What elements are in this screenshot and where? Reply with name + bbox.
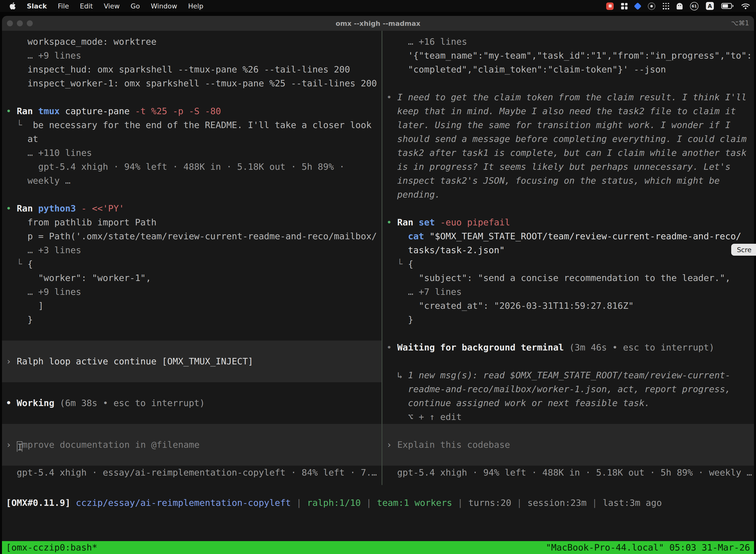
terminal-line: "worker": "worker-1",: [2, 271, 381, 285]
prompt-input-band[interactable]: › Explain this codebase: [382, 424, 754, 466]
terminal-line: • Ran python3 - <<'PY': [2, 202, 381, 215]
terminal-line: › Ralph loop active continue [OMX_TMUX_I…: [2, 354, 381, 368]
terminal-line: pending.: [382, 188, 754, 202]
terminal-line: gpt-5.4 xhigh · 94% left · 488K in · 5.1…: [2, 160, 381, 174]
terminal-line: … +9 lines: [2, 49, 381, 63]
tmux-host-clock: "MacBook-Pro-44.local" 05:03 31-Mar-26: [546, 541, 750, 554]
menu-item-help[interactable]: Help: [188, 2, 203, 10]
terminal-line: [2, 410, 381, 424]
window-title-bar[interactable]: omx --xhigh --madmax ⌥⌘1: [2, 16, 754, 31]
terminal-line: "subject": "send a concise recommendatio…: [382, 271, 754, 285]
terminal-line: … +16 lines: [382, 35, 754, 49]
apple-menu-icon[interactable]: [9, 2, 16, 10]
app-icon-dark[interactable]: [648, 2, 655, 10]
tmux-session-window: [omx-cczip0:bash*: [6, 541, 97, 554]
terminal-line: └ {: [2, 257, 381, 271]
terminal-line: p = Path('.omx/state/team/review-current…: [2, 229, 381, 243]
terminal-line: [382, 327, 754, 340]
terminal-line: keep that in mind. Maybe I also need the…: [382, 104, 754, 118]
terminal-line: [OMX#0.11.9] cczip/essay/ai-reimplementa…: [2, 496, 754, 510]
output-block: … +16 lines '{"team_name":"my-team","tas…: [382, 35, 754, 424]
terminal-line: ⌥ + ↑ edit: [382, 410, 754, 424]
terminal-line: inspect task2's JSON, focusing on the st…: [382, 174, 754, 188]
battery-percentage-badge[interactable]: 61: [690, 2, 698, 10]
terminal-line: [2, 340, 381, 354]
terminal-line: [2, 188, 381, 202]
terminal-line: [382, 424, 754, 438]
ghost-icon[interactable]: [677, 3, 683, 9]
terminal-window: omx --xhigh --madmax ⌥⌘1 workspace_mode:…: [2, 16, 754, 554]
terminal-line: is in progress? It seems likely but perh…: [382, 160, 754, 174]
terminal-line: • Waiting for background terminal (3m 46…: [382, 340, 754, 354]
screen-recording-indicator-icon[interactable]: [606, 2, 614, 10]
terminal-line: continue assigned work or next feasible …: [382, 396, 754, 410]
terminal-line: • Working (6m 38s • esc to interrupt): [2, 396, 381, 410]
terminal-line: … +7 lines: [382, 285, 754, 299]
screen-capture-toast[interactable]: Scre: [732, 244, 756, 256]
terminal-line: [2, 382, 381, 396]
terminal-line: └ be necessary for the end of the README…: [2, 118, 381, 132]
terminal-line: … +9 lines: [2, 285, 381, 299]
output-block: gpt-5.4 xhigh · essay/ai-reimplementatio…: [2, 466, 381, 480]
terminal-line: from pathlib import Path: [2, 215, 381, 229]
menu-item-edit[interactable]: Edit: [80, 2, 93, 10]
tmux-panes: workspace_mode: worktree … +9 lines insp…: [2, 31, 754, 485]
terminal-line: }: [382, 313, 754, 327]
terminal-line: • I need to get the claim token from the…: [382, 90, 754, 104]
wifi-icon[interactable]: [741, 3, 750, 9]
window-tiles-icon[interactable]: [621, 3, 628, 9]
terminal-line: [2, 424, 381, 438]
text-cursor: I: [17, 441, 22, 452]
terminal-line: tasks/task-2.json": [382, 243, 754, 257]
terminal-line: [2, 90, 381, 104]
terminal-line: ]: [2, 299, 381, 313]
terminal-line: '{"team_name":"my-team","task_id":"1","f…: [382, 49, 754, 63]
injected-message-band: › Ralph loop active continue [OMX_TMUX_I…: [2, 340, 381, 382]
terminal-line: [2, 327, 381, 340]
app-icon-blue[interactable]: [635, 3, 640, 9]
terminal-line: "created_at": "2026-03-31T11:59:27.816Z": [382, 299, 754, 313]
terminal-line: }: [2, 313, 381, 327]
terminal-line: workspace_mode: worktree: [2, 35, 381, 49]
battery-icon[interactable]: [721, 3, 734, 9]
terminal-line: gpt-5.4 xhigh · essay/ai-reimplementatio…: [2, 466, 381, 480]
terminal-line: "completed","claim_token":"claim-token"}…: [382, 63, 754, 76]
output-block: gpt-5.4 xhigh · 94% left · 488K in · 5.1…: [382, 466, 754, 480]
menu-item-window[interactable]: Window: [151, 2, 177, 10]
output-block: • Working (6m 38s • esc to interrupt): [2, 382, 381, 424]
menu-item-file[interactable]: File: [58, 2, 69, 10]
desktop: Slack File Edit View Go Window Help 61 A: [0, 0, 756, 554]
terminal-line: [382, 354, 754, 368]
terminal-pane-right[interactable]: … +16 lines '{"team_name":"my-team","tas…: [382, 31, 754, 485]
terminal-line: › Explain this codebase: [382, 438, 754, 452]
terminal-line: should send a message before completing …: [382, 132, 754, 146]
tmux-status-bar: [omx-cczip0:bash* "MacBook-Pro-44.local"…: [2, 541, 754, 554]
terminal-line: cat "$OMX_TEAM_STATE_ROOT/team/review-cu…: [382, 229, 754, 243]
terminal-line: inspect_worker-1: omx sparkshell --tmux-…: [2, 76, 381, 90]
terminal-line: [2, 368, 381, 382]
terminal-line: weekly …: [2, 174, 381, 188]
omx-session-status-line: [OMX#0.11.9] cczip/essay/ai-reimplementa…: [2, 496, 754, 510]
output-block: [OMX#0.11.9] cczip/essay/ai-reimplementa…: [2, 496, 754, 510]
output-block: workspace_mode: worktree … +9 lines insp…: [2, 35, 381, 340]
prompt-input-band[interactable]: › Improve documentation in @filename: [2, 424, 381, 466]
terminal-line: task2 after task1 is complete, but can I…: [382, 146, 754, 160]
menu-app-title[interactable]: Slack: [27, 2, 47, 10]
input-source-icon[interactable]: A: [706, 2, 714, 10]
terminal-line: readme-and-reco/mailbox/worker-1.json, a…: [382, 382, 754, 396]
terminal-line: inspect_hud: omx sparkshell --tmux-pane …: [2, 63, 381, 76]
terminal-line: └ {: [382, 257, 754, 271]
menu-item-go[interactable]: Go: [131, 2, 140, 10]
terminal-line: [2, 452, 381, 466]
terminal-line: at: [2, 132, 381, 146]
terminal-line: … +110 lines: [2, 146, 381, 160]
dots-grid-icon[interactable]: [663, 3, 669, 9]
terminal-line: gpt-5.4 xhigh · 94% left · 488K in · 5.1…: [382, 466, 754, 480]
menu-item-view[interactable]: View: [104, 2, 120, 10]
terminal-line: ↳ 1 new msg(s): read $OMX_TEAM_STATE_ROO…: [382, 368, 754, 382]
terminal-pane-left[interactable]: workspace_mode: worktree … +9 lines insp…: [2, 31, 381, 485]
terminal-line: later. Using the same for transition mig…: [382, 118, 754, 132]
terminal-line: [382, 202, 754, 215]
terminal-line: › Improve documentation in @filename: [2, 438, 381, 452]
terminal-line: [382, 76, 754, 90]
